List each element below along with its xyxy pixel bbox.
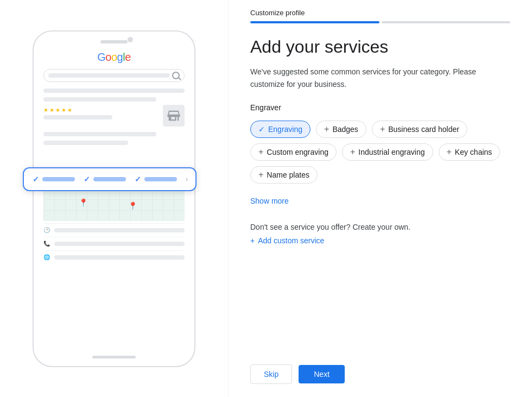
map-grid [43,188,185,221]
screen-bottom-area: 📍 📍 🕐 📞 [43,186,185,264]
plus-icon-name-plates: + [258,171,263,179]
star-1: ★ [43,107,48,113]
service-label-industrial: Industrial engraving [358,148,425,156]
service-chip-name-plates[interactable]: + Name plates [250,166,318,184]
services-grid: ✓ Engraving + Badges + Business card hol… [250,121,510,184]
card-check-item-1: ✓ [39,175,75,184]
service-chip-engraving[interactable]: ✓ Engraving [250,121,311,138]
page-title: Add your services [250,36,510,57]
card-line-2 [93,177,126,181]
highlighted-services-card: ✓ ✓ ✓ › [39,167,189,191]
card-check-item-3: ✓ [135,175,177,184]
phone-camera [128,37,133,42]
star-5: ★ [67,107,72,113]
mock-line-1 [43,89,185,93]
service-chip-industrial[interactable]: + Industrial engraving [342,143,433,161]
service-label-key-chains: Key chains [455,148,492,156]
card-check-item-2: ✓ [84,175,126,184]
screen-section-3: 🌐 [43,250,185,264]
check-icon-3: ✓ [135,175,141,184]
show-more-label: Show more [250,197,289,205]
service-chip-bch[interactable]: + Business card holder [372,121,467,138]
google-logo-row: Google [43,51,185,64]
phone-speaker [100,40,128,43]
service-chip-key-chains[interactable]: + Key chains [439,143,501,161]
mock-line-4 [43,132,156,136]
tab-label: Customize profile [250,9,510,17]
mock-line-8 [54,255,185,260]
service-label-badges: Badges [332,125,358,134]
plus-icon-custom: + [258,148,263,156]
footer-area: Skip Next [229,356,532,397]
phone-home-bar [92,356,136,358]
phone-screen: Google ★ ★ ★ ★ ★ [39,47,189,351]
phone-illustration: Google ★ ★ ★ ★ ★ [0,0,228,397]
plus-icon-custom-service: + [250,236,255,245]
card-line-3 [144,177,177,181]
service-label-bch: Business card holder [388,125,459,134]
search-bar-mock [43,69,185,82]
map-pin-right: 📍 [128,201,137,210]
service-label-custom: Custom engraving [267,148,328,156]
store-icon [163,105,185,127]
star-4: ★ [61,107,66,113]
globe-icon: 🌐 [43,254,50,261]
mock-line-7 [54,242,185,246]
check-mark-engraving: ✓ [258,125,265,134]
map-mock: 📍 📍 [43,188,185,221]
description-text: We've suggested some common services for… [250,66,489,90]
chevron-right-icon: › [186,175,188,183]
show-more-link[interactable]: Show more [250,197,289,205]
clock-icon: 🕐 [43,227,50,234]
business-text: ★ ★ ★ ★ ★ [43,105,159,121]
service-label-engraving: Engraving [268,125,302,134]
skip-button[interactable]: Skip [250,364,292,384]
store-svg [166,108,181,123]
business-info-row: ★ ★ ★ ★ ★ [43,105,185,127]
check-icon-2: ✓ [84,175,90,184]
progress-section: Customize profile [229,0,532,23]
map-pin-left: 📍 [79,198,88,207]
no-service-text: Don't see a service you offer? Create yo… [250,223,510,231]
add-custom-label: Add custom service [258,236,324,245]
screen-icon-row-2: 📞 [43,241,185,247]
screen-section-2: 📞 [43,237,185,250]
mock-line-6 [54,228,185,232]
screen-icon-row-3: 🌐 [43,254,185,261]
plus-icon-key-chains: + [447,148,452,156]
add-custom-service-link[interactable]: + Add custom service [250,236,324,245]
right-panel: Customize profile Add your services We'v… [228,0,532,397]
service-chip-custom[interactable]: + Custom engraving [250,143,337,161]
plus-icon-bch: + [380,125,385,134]
search-bar-line [48,73,170,78]
card-line-1 [42,177,75,181]
next-button[interactable]: Next [299,365,345,383]
content-area: Add your services We've suggested some c… [229,23,532,356]
phone-frame: Google ★ ★ ★ ★ ★ [33,30,195,367]
category-label: Engraver [250,103,510,112]
star-2: ★ [49,107,54,113]
phone-icon: 📞 [43,241,50,247]
star-3: ★ [55,107,60,113]
plus-icon-badges: + [324,125,329,134]
mock-line-5 [43,141,128,145]
screen-section-1: 🕐 [43,223,185,237]
screen-icon-row-1: 🕐 [43,227,185,234]
service-chip-badges[interactable]: + Badges [316,121,366,138]
plus-icon-industrial: + [350,148,355,156]
mock-line-2 [43,97,156,102]
service-label-name-plates: Name plates [267,171,309,179]
search-icon [172,72,180,79]
mock-line-3 [43,115,112,119]
stars-row: ★ ★ ★ ★ ★ [43,107,159,113]
google-logo: Google [97,51,131,64]
